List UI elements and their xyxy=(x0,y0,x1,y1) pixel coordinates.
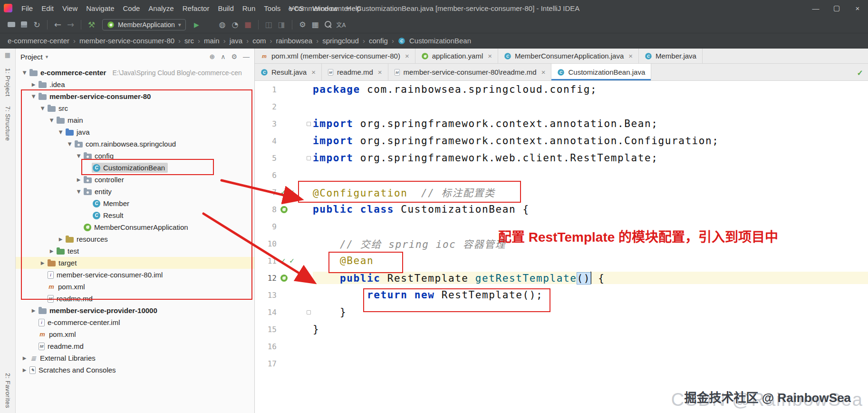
tree-item-member[interactable]: CMember xyxy=(16,197,254,209)
tree-item-scratches-and-consoles[interactable]: ▶✎Scratches and Consoles xyxy=(16,364,254,376)
translate-icon[interactable]: 文A xyxy=(335,19,347,30)
breadcrumb-e-commerce-center[interactable]: e-commerce-center xyxy=(8,37,69,45)
tree-item-src[interactable]: ▼src xyxy=(16,102,254,114)
editor-tab-customizationbean-java[interactable]: CCustomizationBean.java xyxy=(551,64,651,80)
tree-item-idea[interactable]: ▶.idea xyxy=(16,79,254,90)
code-text[interactable]: } xyxy=(313,324,868,335)
menu-code[interactable]: Code xyxy=(118,3,144,14)
editor-tab-member-service-consumer-80-readme-md[interactable]: Mmember-service-consumer-80\readme.md× xyxy=(388,64,552,80)
tree-expanded-arrow[interactable]: ▼ xyxy=(75,189,83,194)
fold-marker-icon[interactable] xyxy=(307,122,311,126)
close-button[interactable]: × xyxy=(847,0,868,16)
tree-item-resources[interactable]: ▶resources xyxy=(16,233,254,245)
tree-item-test[interactable]: ▶test xyxy=(16,245,254,257)
fold-marker-icon[interactable] xyxy=(307,156,311,160)
tree-item-target[interactable]: ▶target xyxy=(16,257,254,269)
breadcrumb-main[interactable]: main xyxy=(204,37,220,45)
tree-item-readme-md[interactable]: Mreadme.md xyxy=(16,293,254,305)
close-tab-icon[interactable]: × xyxy=(311,68,316,76)
tree-collapsed-arrow[interactable]: ▶ xyxy=(29,308,38,313)
breadcrumb-src[interactable]: src xyxy=(184,37,194,45)
menu-tools[interactable]: Tools xyxy=(260,3,285,14)
editor-tab-application-yaml[interactable]: application.yaml× xyxy=(415,49,498,63)
code-text[interactable]: } xyxy=(313,306,868,318)
chevron-down-icon[interactable]: ▾ xyxy=(46,54,48,60)
close-tab-icon[interactable]: × xyxy=(405,52,409,60)
tree-collapsed-arrow[interactable]: ▶ xyxy=(57,236,65,242)
tree-item-e-commerce-center[interactable]: ▼e-commerce-centerE:\Java\Spring Cloud B… xyxy=(16,67,254,79)
tree-item-java[interactable]: ▼java xyxy=(16,126,254,138)
tree-item-main[interactable]: ▼main xyxy=(16,114,254,126)
tree-item-com-rainbowsea-springcloud[interactable]: ▼com.rainbowsea.springcloud xyxy=(16,138,254,150)
grid-icon[interactable]: ▦ xyxy=(309,19,322,30)
project-panel-title[interactable]: Project xyxy=(20,53,43,61)
menu-file[interactable]: File xyxy=(17,3,37,14)
debug-icon[interactable] xyxy=(203,19,216,30)
tree-item-memberconsumerapplication[interactable]: MemberConsumerApplication xyxy=(16,221,254,233)
check-icon[interactable]: ✓ xyxy=(280,188,287,196)
attach1-icon[interactable]: ◫ xyxy=(262,19,275,30)
search-icon[interactable] xyxy=(322,19,335,30)
minimize-button[interactable]: — xyxy=(805,0,826,16)
tree-collapsed-arrow[interactable]: ▶ xyxy=(48,248,56,254)
breadcrumb-rainbowsea[interactable]: rainbowsea xyxy=(276,37,313,45)
code-text[interactable]: public class CustomizationBean { xyxy=(313,204,868,215)
spring-bean-icon[interactable] xyxy=(280,275,288,282)
profiler-icon[interactable]: ◔ xyxy=(229,19,241,30)
tree-item-config[interactable]: ▼config xyxy=(16,150,254,162)
forward-icon[interactable]: → xyxy=(64,19,77,30)
editor-tab-member-java[interactable]: CMember.java xyxy=(639,49,703,63)
check-icon[interactable]: ✓ xyxy=(289,257,295,265)
code-text[interactable]: @Configuration // 标注配置类 xyxy=(313,185,868,199)
tree-expanded-arrow[interactable]: ▼ xyxy=(29,94,38,99)
spring-bean-icon[interactable] xyxy=(280,206,288,213)
locate-icon[interactable]: ⊕ xyxy=(209,53,215,60)
tree-expanded-arrow[interactable]: ▼ xyxy=(39,106,47,111)
fold-marker-icon[interactable] xyxy=(307,310,311,315)
close-tab-icon[interactable]: × xyxy=(378,68,382,76)
tree-item-member-service-provider-10000[interactable]: ▶member-service-provider-10000 xyxy=(16,305,254,316)
close-tab-icon[interactable]: × xyxy=(628,52,633,60)
run-icon[interactable]: ▶ xyxy=(190,19,203,30)
inspections-ok-icon[interactable]: ✓ xyxy=(857,69,863,78)
tree-collapsed-arrow[interactable]: ▶ xyxy=(20,355,29,361)
code-text[interactable]: import org.springframework.context.annot… xyxy=(313,135,868,147)
collapse-icon[interactable]: ∧ xyxy=(221,53,225,60)
editor-tab-result-java[interactable]: CResult.java× xyxy=(255,64,322,80)
breadcrumb-member-service-consumer-80[interactable]: member-service-consumer-80 xyxy=(79,37,174,45)
tool-window-favorites-button[interactable]: 2: Favorites xyxy=(4,373,11,408)
attach2-icon[interactable]: ◨ xyxy=(275,19,288,30)
tree-collapsed-arrow[interactable]: ▶ xyxy=(39,260,47,266)
code-text[interactable]: return new RestTemplate(); xyxy=(313,289,868,301)
editor-tab-memberconsumerapplication-java[interactable]: CMemberConsumerApplication.java× xyxy=(498,49,639,63)
gear-icon[interactable]: ⚙ xyxy=(296,19,309,30)
menu-analyze[interactable]: Analyze xyxy=(144,3,178,14)
menu-help[interactable]: Help xyxy=(342,3,366,14)
back-icon[interactable]: ← xyxy=(51,19,64,30)
tree-item-result[interactable]: CResult xyxy=(16,209,254,221)
editor-tab-readme-md[interactable]: Mreadme.md× xyxy=(322,64,388,80)
breadcrumb-com[interactable]: com xyxy=(252,37,266,45)
breadcrumb-springcloud[interactable]: springcloud xyxy=(322,37,359,45)
close-tab-icon[interactable]: × xyxy=(541,68,546,76)
tree-expanded-arrow[interactable]: ▼ xyxy=(75,153,83,158)
tool-window-project-button[interactable]: 1: Project xyxy=(4,68,11,97)
tree-item-controller[interactable]: ▶controller xyxy=(16,174,254,186)
tree-collapsed-arrow[interactable]: ▶ xyxy=(29,82,38,87)
editor-tab-pom-xml-member-service-consumer-80[interactable]: mpom.xml (member-service-consumer-80)× xyxy=(255,49,415,63)
tree-item-entity[interactable]: ▼entity xyxy=(16,186,254,197)
sync-icon[interactable]: ↻ xyxy=(30,19,43,30)
code-text[interactable]: import org.springframework.web.client.Re… xyxy=(313,152,868,164)
check-icon[interactable]: ✓ xyxy=(280,257,287,265)
maximize-button[interactable]: ▢ xyxy=(826,0,847,16)
menu-vcs[interactable]: VCS xyxy=(285,3,308,14)
menu-refactor[interactable]: Refactor xyxy=(178,3,214,14)
run-config-select[interactable]: MemberApplication ▾ xyxy=(102,19,186,30)
menu-view[interactable]: View xyxy=(58,3,82,14)
check-icon[interactable]: ✓ xyxy=(289,188,295,196)
tree-expanded-arrow[interactable]: ▼ xyxy=(57,129,65,135)
breadcrumb-customizationbean[interactable]: CustomizationBean xyxy=(409,37,471,45)
tree-item-readme-md[interactable]: Mreadme.md xyxy=(16,340,254,352)
tree-item-pom-xml[interactable]: mpom.xml xyxy=(16,328,254,340)
hide-icon[interactable]: ― xyxy=(243,53,250,60)
